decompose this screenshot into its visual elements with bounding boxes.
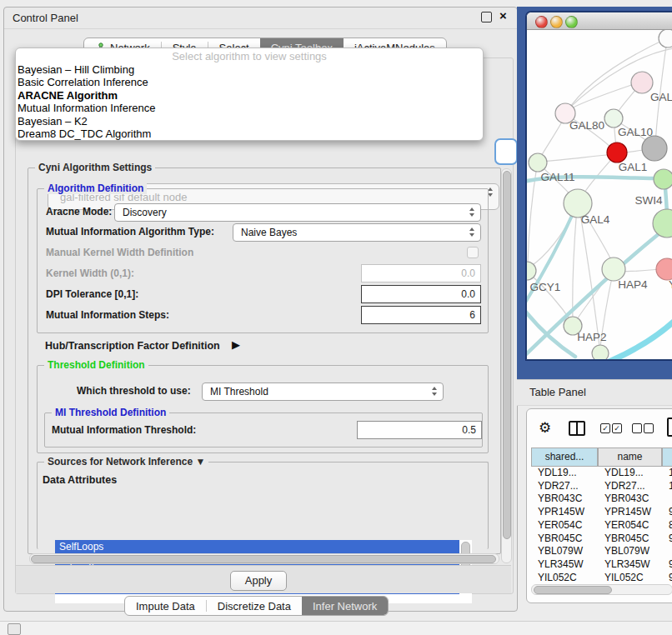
network-node[interactable]: [592, 345, 609, 359]
network-node-gal1[interactable]: [607, 142, 627, 162]
table-row[interactable]: YBR045CYBR045C9.: [531, 532, 672, 546]
tab-impute-data[interactable]: Impute Data: [125, 597, 206, 615]
table-cell: YLR345W: [531, 558, 598, 572]
close-panel-icon[interactable]: ×: [499, 8, 507, 22]
split-columns-icon[interactable]: [569, 421, 585, 436]
table-cell: YIL052C: [598, 572, 662, 585]
mi-threshold-group: MI Threshold Definition Mutual Informati…: [44, 412, 483, 448]
tab-infer-network[interactable]: Infer Network: [302, 597, 388, 615]
gear-icon[interactable]: ⚙: [539, 421, 551, 435]
close-window-icon[interactable]: [535, 16, 548, 28]
network-node[interactable]: [659, 30, 672, 48]
aracne-mode-combo[interactable]: Discovery: [114, 203, 481, 222]
table-cell: YBR045C: [598, 532, 662, 546]
table-cell: 13: [662, 467, 672, 480]
checked-box-icon[interactable]: ✓: [600, 423, 610, 433]
table-cell: [662, 545, 672, 558]
network-node-gcy1[interactable]: [527, 262, 536, 280]
which-threshold-combo[interactable]: MI Threshold: [202, 382, 444, 401]
kernel-width-label: Kernel Width (0,1):: [46, 268, 134, 279]
network-edge[interactable]: [579, 208, 599, 347]
network-view-window[interactable]: GALGAL80GAL10GAL1GAL11SWI4GAL4GCY1HAP4YH…: [526, 12, 672, 360]
dock-panel-icon[interactable]: [8, 623, 21, 635]
attribute-item-selfloops[interactable]: SelfLoops: [55, 540, 459, 553]
unchecked-box-icon[interactable]: [644, 423, 654, 433]
network-node[interactable]: [642, 136, 667, 161]
table-row[interactable]: YPR145WYPR145W9.: [531, 506, 672, 519]
checked-box-icon[interactable]: ✓: [612, 423, 622, 433]
table-hscrollbar-thumb[interactable]: [534, 586, 612, 594]
table-row[interactable]: YBL079WYBL079W: [531, 545, 672, 558]
algorithm-option-aracne-algorithm[interactable]: ARACNE Algorithm: [16, 89, 483, 102]
table-cell: YER054C: [598, 519, 662, 532]
algorithm-option-bayesian-hill-climbing[interactable]: Bayesian – Hill Climbing: [16, 63, 483, 76]
column-header-name[interactable]: name: [598, 448, 662, 467]
mi-steps-field[interactable]: 6: [361, 306, 481, 324]
status-bar: [0, 621, 672, 635]
network-edge[interactable]: [530, 207, 576, 267]
data-attributes-label: Data Attributes: [43, 474, 117, 486]
mi-threshold-field[interactable]: 0.5: [357, 421, 482, 439]
kernel-width-field[interactable]: 0.0: [361, 264, 481, 282]
algorithm-definition-group: Algorithm Definition Aracne Mode: Discov…: [37, 188, 489, 333]
settings-group-title: Cyni Algorithm Settings: [35, 162, 155, 173]
unchecked-box-icon[interactable]: [632, 423, 642, 433]
network-canvas[interactable]: GALGAL80GAL10GAL1GAL11SWI4GAL4GCY1HAP4YH…: [527, 30, 672, 359]
table-cell: YLR345W: [598, 558, 662, 572]
network-node[interactable]: [654, 169, 672, 189]
network-window-titlebar[interactable]: [527, 12, 672, 30]
document-icon[interactable]: [667, 418, 672, 437]
settings-hscrollbar-thumb[interactable]: [31, 555, 496, 563]
node-label-gal80: GAL80: [569, 119, 604, 132]
network-node-swi4[interactable]: [653, 209, 672, 238]
network-graph: GALGAL80GAL10GAL1GAL11SWI4GAL4GCY1HAP4YH…: [527, 30, 672, 359]
mi-type-combo[interactable]: Naive Bayes: [233, 223, 481, 242]
dpi-tolerance-label: DPI Tolerance [0,1]:: [46, 288, 138, 300]
settings-vscrollbar[interactable]: [501, 168, 512, 563]
column-header-a[interactable]: A: [662, 448, 672, 467]
threshold-definition-title: Threshold Definition: [44, 359, 148, 371]
algorithm-option-dream8-dc-tdc-algorithm[interactable]: Dream8 DC_TDC Algorithm: [16, 128, 483, 140]
network-node-gal11[interactable]: [529, 153, 547, 172]
network-node-hap4[interactable]: [602, 258, 625, 281]
float-panel-icon[interactable]: [481, 12, 492, 22]
which-threshold-label: Which threshold to use:: [77, 385, 191, 397]
table-row[interactable]: YLR345WYLR345W9.: [531, 558, 672, 572]
algorithm-option-mutual-information-inference[interactable]: Mutual Information Inference: [16, 102, 483, 114]
settings-hscrollbar[interactable]: [29, 553, 499, 564]
network-edge[interactable]: [605, 320, 672, 359]
dpi-tolerance-field[interactable]: 0.0: [361, 285, 481, 303]
expand-down-icon[interactable]: ▼: [195, 456, 205, 468]
table-cell: YPR145W: [598, 506, 662, 519]
table-row[interactable]: YDR27...YDR27...12: [531, 480, 672, 493]
table-cell: YDL19...: [598, 467, 662, 480]
zoom-window-icon[interactable]: [565, 16, 578, 28]
table-cell: YDR27...: [598, 480, 662, 493]
network-node-y[interactable]: [656, 258, 672, 280]
table-panel-title: Table Panel: [529, 386, 586, 398]
tab-discretize-data[interactable]: Discretize Data: [207, 597, 302, 615]
hub-section-label[interactable]: Hub/Transcription Factor Definition: [45, 340, 220, 352]
algorithm-combo-fragment[interactable]: [494, 138, 518, 165]
mi-threshold-group-title: MI Threshold Definition: [52, 407, 169, 418]
table-cell: YDL19...: [531, 467, 598, 480]
minimize-window-icon[interactable]: [550, 16, 563, 28]
manual-kernel-checkbox[interactable]: [467, 247, 479, 258]
expand-right-icon[interactable]: ▶: [232, 338, 240, 351]
apply-button[interactable]: Apply: [230, 571, 287, 591]
algorithm-option-bayesian-k2[interactable]: Bayesian – K2: [16, 115, 483, 128]
table-row[interactable]: YDL19...YDL19...13: [531, 467, 672, 480]
settings-vscrollbar-thumb[interactable]: [503, 171, 511, 539]
table-hscrollbar[interactable]: [531, 584, 672, 595]
node-label-hap2: HAP2: [577, 331, 606, 343]
table-cell: 9.: [662, 506, 672, 519]
network-edge[interactable]: [542, 154, 614, 162]
algorithm-option-basic-correlation-inference[interactable]: Basic Correlation Inference: [16, 76, 483, 88]
table-row[interactable]: YER054CYER054C8.: [531, 519, 672, 532]
table-row[interactable]: YIL052CYIL052C9: [531, 572, 672, 585]
table-cell: YBR043C: [598, 492, 662, 506]
network-node-gal10[interactable]: [604, 109, 623, 128]
table-cell: 12: [662, 480, 672, 493]
column-header-shared-[interactable]: shared...: [531, 448, 598, 467]
table-row[interactable]: YBR043CYBR043C: [531, 492, 672, 506]
